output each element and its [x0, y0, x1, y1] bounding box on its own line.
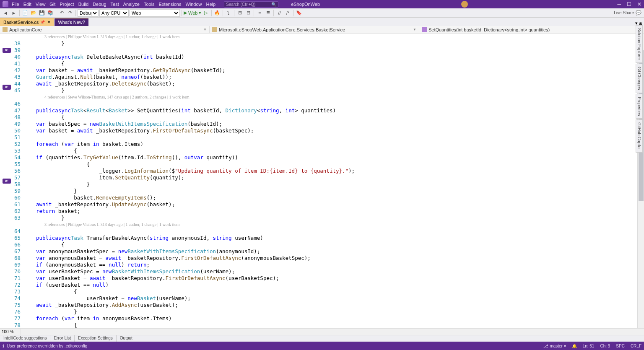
fold-margin[interactable] — [29, 34, 35, 350]
menu-analyze[interactable]: Analyze — [123, 2, 140, 7]
main-menu: File Edit View Git Project Build Debug T… — [12, 2, 216, 7]
hot-reload-button[interactable]: 🔥 — [213, 9, 221, 17]
nav-fwd-button[interactable]: ► — [10, 9, 18, 17]
indicator-margin: 0↑ 0↑ 0↑ — [0, 34, 14, 350]
line-number-gutter: 3839404142434445464748495051525354555657… — [14, 34, 29, 350]
menu-help[interactable]: Help — [206, 2, 216, 7]
bottom-tool-tabs: IntelliCode suggestions Error List Excep… — [0, 335, 644, 342]
horizontal-scrollbar[interactable] — [21, 329, 644, 335]
member-name: SetQuantities(int basketId, Dictionary<s… — [428, 27, 550, 32]
chevron-down-icon: ▼ — [413, 28, 416, 31]
redo-button[interactable]: ↷ — [66, 9, 74, 17]
menu-project[interactable]: Project — [60, 2, 74, 7]
zoom-dropdown[interactable]: 100 % — [0, 329, 21, 335]
misc-1[interactable]: ⊞ — [236, 9, 244, 17]
error-list-tab[interactable]: Error List — [50, 335, 75, 342]
status-bar: ℹ User preference overridden by .editorc… — [0, 342, 644, 350]
properties-tab[interactable]: Properties — [636, 94, 643, 119]
run-button[interactable]: ▶ Web ▾ — [184, 10, 201, 16]
status-git[interactable]: ⎇ master ▾ — [543, 344, 566, 348]
member-dropdown[interactable]: SetQuantities(int basketId, Dictionary<s… — [419, 26, 644, 33]
maximize-button[interactable]: ☐ — [627, 1, 631, 7]
open-file-button[interactable]: 📂 — [30, 9, 37, 17]
class-name: Microsoft.eShopWeb.ApplicationCore.Servi… — [219, 27, 345, 32]
references-badge[interactable]: 0↑ — [3, 179, 11, 184]
references-badge[interactable]: 0↑ — [3, 85, 11, 90]
project-dropdown[interactable]: ApplicationCore ▼ — [0, 26, 210, 33]
status-line[interactable]: Ln: 51 — [583, 344, 595, 348]
minimize-button[interactable]: ─ — [617, 1, 621, 7]
git-changes-tab[interactable]: Git Changes — [636, 64, 643, 93]
method-icon — [422, 27, 427, 32]
project-name: ApplicationCore — [9, 27, 42, 32]
pin-icon[interactable]: 📌 — [40, 20, 45, 24]
startup-dropdown[interactable]: Web — [130, 9, 180, 17]
platform-dropdown[interactable]: Any CPU — [99, 9, 129, 17]
references-badge[interactable]: 0↑ — [3, 48, 11, 53]
class-dropdown[interactable]: Microsoft.eShopWeb.ApplicationCore.Servi… — [210, 26, 419, 33]
save-all-button[interactable]: 📚 — [47, 9, 54, 17]
window-controls: ─ ☐ ✕ — [617, 1, 641, 7]
search-placeholder: Search (Ctrl+Q) — [226, 2, 255, 7]
vs-logo-icon — [3, 1, 8, 7]
menu-window[interactable]: Window — [185, 2, 202, 7]
document-tabs: BasketService.cs 📌 ✕ What's New? ▾ ⊞ — [0, 18, 644, 26]
new-project-button[interactable]: 📄 — [21, 9, 29, 17]
solution-explorer-tab[interactable]: Solution Explorer — [636, 25, 643, 63]
save-button[interactable]: 💾 — [38, 9, 46, 17]
menu-file[interactable]: File — [12, 2, 19, 7]
class-icon — [212, 27, 217, 32]
status-bell-icon[interactable]: 🔔 — [572, 344, 577, 348]
config-dropdown[interactable]: Debug — [78, 9, 99, 17]
info-icon: ℹ — [3, 344, 4, 348]
feedback-button[interactable]: 💬 — [635, 9, 642, 17]
menu-view[interactable]: View — [36, 2, 46, 7]
main-toolbar: ◄ ► 📄 📂 💾 📚 ↶ ↷ Debug Any CPU Web ▶ Web … — [0, 8, 644, 18]
tab-label: BasketService.cs — [3, 20, 39, 25]
titlebar: File Edit View Git Project Build Debug T… — [0, 0, 644, 8]
menu-edit[interactable]: Edit — [23, 2, 31, 7]
comment-button[interactable]: // — [275, 9, 283, 17]
output-tab[interactable]: Output — [117, 335, 136, 342]
exception-settings-tab[interactable]: Exception Settings — [75, 335, 117, 342]
uncomment-button[interactable]: /* — [284, 9, 291, 17]
close-button[interactable]: ✕ — [637, 1, 641, 7]
status-crlf[interactable]: CRLF — [631, 344, 641, 348]
solution-name: eShopOnWeb — [291, 2, 320, 7]
menu-extensions[interactable]: Extensions — [159, 2, 182, 7]
menu-debug[interactable]: Debug — [93, 2, 106, 7]
outdent-button[interactable]: ≣ — [264, 9, 272, 17]
indent-button[interactable]: ≡ — [256, 9, 263, 17]
chevron-down-icon: ▼ — [203, 28, 207, 31]
status-message: User preference overridden by .editorcon… — [7, 344, 87, 348]
user-avatar[interactable] — [461, 1, 468, 8]
menu-git[interactable]: Git — [49, 2, 55, 7]
menu-tools[interactable]: Tools — [144, 2, 155, 7]
close-tab-icon[interactable]: ✕ — [47, 20, 51, 24]
code-content[interactable]: 3 references | Philippe Vialoux I. 313 d… — [35, 34, 637, 350]
nav-back-button[interactable]: ◄ — [2, 9, 9, 17]
right-tool-tabs: Solution Explorer Git Changes Properties… — [636, 25, 644, 153]
tab-active[interactable]: BasketService.cs 📌 ✕ — [0, 18, 54, 26]
menu-build[interactable]: Build — [78, 2, 88, 7]
status-spaces[interactable]: SPC — [616, 344, 625, 348]
navigation-bar: ApplicationCore ▼ Microsoft.eShopWeb.App… — [0, 26, 644, 34]
bookmark-button[interactable]: 🔖 — [295, 9, 303, 17]
tab-inactive[interactable]: What's New? — [55, 18, 88, 26]
search-box[interactable]: Search (Ctrl+Q) 🔍 — [224, 1, 278, 8]
horizontal-scrollbar-row: 100 % — [0, 328, 644, 335]
csharp-project-icon — [3, 27, 8, 32]
misc-2[interactable]: ⊟ — [244, 9, 252, 17]
code-editor[interactable]: 0↑ 0↑ 0↑ 3839404142434445464748495051525… — [0, 34, 644, 350]
undo-button[interactable]: ↶ — [58, 9, 65, 17]
menu-test[interactable]: Test — [111, 2, 119, 7]
status-char[interactable]: Ch: 9 — [600, 344, 610, 348]
github-copilot-tab[interactable]: GitHub Copilot — [636, 119, 643, 153]
run-no-debug-button[interactable]: ▷ — [202, 9, 210, 17]
tab-label: What's New? — [58, 20, 85, 25]
live-share-button[interactable]: Live Share — [614, 9, 634, 17]
intellicode-tab[interactable]: IntelliCode suggestions — [0, 335, 50, 342]
step-button[interactable]: ⤵ — [225, 9, 232, 17]
search-icon: 🔍 — [271, 2, 276, 7]
